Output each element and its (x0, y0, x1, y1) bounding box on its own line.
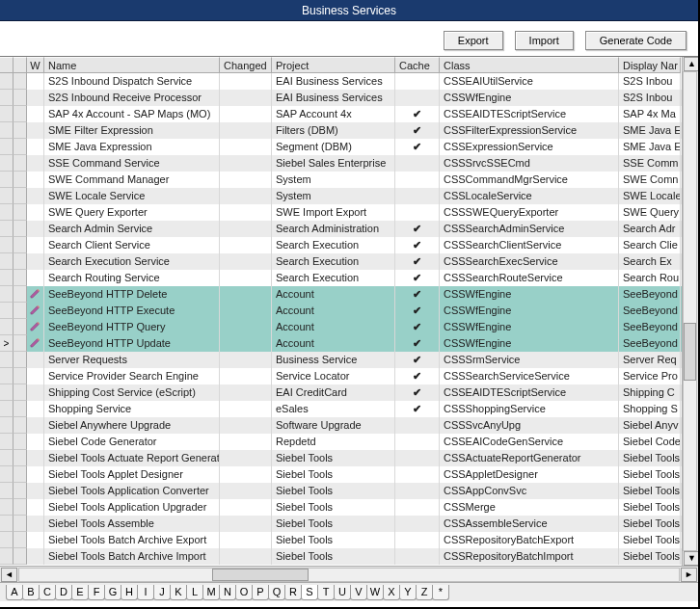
cell-class[interactable]: CSSEAICodeGenService (440, 434, 619, 450)
cell-class[interactable]: CSSWfEngine (440, 335, 619, 352)
cell-w[interactable] (27, 172, 44, 188)
table-row[interactable]: Search Routing ServiceSearch Execution✔C… (0, 270, 698, 286)
table-row[interactable]: SWE Locale ServiceSystemCSSLocaleService… (0, 188, 698, 204)
cell-changed[interactable] (220, 90, 272, 106)
cell-project[interactable]: Siebel Tools (272, 532, 395, 548)
cell-changed[interactable] (220, 335, 272, 352)
cell-display-name[interactable]: Siebel Code (619, 434, 681, 450)
cell-changed[interactable] (220, 368, 272, 384)
table-row[interactable]: SeeBeyond HTTP QueryAccount✔CSSWfEngineS… (0, 319, 698, 335)
table-row[interactable]: Shopping ServiceeSales✔CSSShoppingServic… (0, 401, 698, 417)
cell-project[interactable]: Siebel Sales Enterprise (272, 155, 395, 172)
cell-w[interactable] (27, 499, 44, 516)
row-header[interactable] (13, 352, 27, 368)
cell-name[interactable]: Siebel Code Generator (44, 434, 220, 450)
table-row[interactable]: Siebel Tools Applet DesignerSiebel Tools… (0, 466, 698, 483)
table-row[interactable]: Server RequestsBusiness Service✔CSSSrmSe… (0, 352, 698, 368)
alpha-tab-a[interactable]: A (6, 585, 23, 600)
scroll-down-button[interactable]: ▼ (684, 551, 698, 566)
cell-display-name[interactable]: S2S Inbou (619, 90, 681, 106)
cell-w[interactable] (27, 286, 44, 303)
cell-class[interactable]: CSSFilterExpressionService (440, 122, 619, 139)
scroll-up-button[interactable]: ▲ (684, 57, 698, 71)
table-row[interactable]: SWE Command ManagerSystemCSSCommandMgrSe… (0, 172, 698, 188)
cell-project[interactable]: SAP Account 4x (272, 106, 395, 122)
row-header[interactable] (13, 139, 27, 155)
row-header[interactable] (13, 90, 27, 106)
cell-project[interactable]: Siebel Tools (272, 548, 395, 565)
table-row[interactable]: Siebel Tools AssembleSiebel ToolsCSSAsse… (0, 516, 698, 532)
row-header[interactable] (13, 499, 27, 516)
cell-display-name[interactable]: Siebel Tools (619, 516, 681, 532)
cell-project[interactable]: Siebel Tools (272, 466, 395, 483)
cell-project[interactable]: Segment (DBM) (272, 139, 395, 155)
cell-display-name[interactable]: Siebel Tools (619, 450, 681, 466)
cell-name[interactable]: Shopping Service (44, 401, 220, 417)
cell-cache[interactable]: ✔ (395, 319, 440, 335)
cell-cache[interactable] (395, 73, 440, 90)
cell-name[interactable]: SWE Query Exporter (44, 204, 220, 221)
cell-project[interactable]: System (272, 188, 395, 204)
cell-class[interactable]: CSSMerge (440, 499, 619, 516)
alpha-tab-d[interactable]: D (55, 585, 72, 600)
cell-project[interactable]: EAI Business Services (272, 73, 395, 90)
alpha-tab-y[interactable]: Y (399, 585, 417, 600)
alpha-tab-p[interactable]: P (252, 585, 269, 600)
row-header[interactable] (13, 204, 27, 221)
row-header[interactable] (13, 319, 27, 335)
cell-w[interactable] (27, 122, 44, 139)
cell-project[interactable]: Siebel Tools (272, 516, 395, 532)
cell-display-name[interactable]: Siebel Tools (619, 532, 681, 548)
cell-project[interactable]: Search Execution (272, 270, 395, 286)
cell-class[interactable]: CSSEAIDTEScriptService (440, 106, 619, 122)
cell-project[interactable]: Service Locator (272, 368, 395, 384)
cell-class[interactable]: CSSSrmService (440, 352, 619, 368)
cell-display-name[interactable]: Shopping S (619, 401, 681, 417)
row-header[interactable] (13, 253, 27, 270)
cell-class[interactable]: CSSSvcAnyUpg (440, 417, 619, 434)
cell-class[interactable]: CSSAppConvSvc (440, 483, 619, 499)
cell-name[interactable]: Siebel Anywhere Upgrade (44, 417, 220, 434)
cell-class[interactable]: CSSWfEngine (440, 90, 619, 106)
cell-name[interactable]: Siebel Tools Application Upgrader (44, 499, 220, 516)
cell-name[interactable]: SeeBeyond HTTP Execute (44, 303, 220, 319)
cell-display-name[interactable]: Siebel Tools (619, 466, 681, 483)
cell-display-name[interactable]: Siebel Tools (619, 548, 681, 565)
cell-changed[interactable] (220, 303, 272, 319)
cell-w[interactable] (27, 106, 44, 122)
cell-class[interactable]: CSSAssembleService (440, 516, 619, 532)
cell-w[interactable] (27, 450, 44, 466)
alpha-tab-j[interactable]: J (153, 585, 171, 600)
alpha-tab-w[interactable]: W (366, 585, 384, 600)
cell-display-name[interactable]: Server Req (619, 352, 681, 368)
row-header[interactable] (13, 516, 27, 532)
cell-w[interactable] (27, 253, 44, 270)
cell-display-name[interactable]: SWE Locale (619, 188, 681, 204)
cell-class[interactable]: CSSCommandMgrService (440, 172, 619, 188)
cell-changed[interactable] (220, 73, 272, 90)
cell-display-name[interactable]: Siebel Tools (619, 483, 681, 499)
cell-cache[interactable]: ✔ (395, 335, 440, 352)
col-header-name[interactable]: Name (44, 57, 220, 73)
cell-w[interactable] (27, 466, 44, 483)
col-header-w[interactable]: W (27, 57, 44, 73)
row-header[interactable] (13, 303, 27, 319)
cell-display-name[interactable]: Search Adr (619, 221, 681, 237)
alpha-tab-f[interactable]: F (88, 585, 105, 600)
cell-class[interactable]: CSSActuateReportGenerator (440, 450, 619, 466)
cell-changed[interactable] (220, 204, 272, 221)
cell-cache[interactable] (395, 155, 440, 172)
cell-cache[interactable] (395, 204, 440, 221)
cell-cache[interactable] (395, 450, 440, 466)
cell-display-name[interactable]: SME Java E (619, 139, 681, 155)
table-row[interactable]: SAP 4x Account - SAP Maps (MO)SAP Accoun… (0, 106, 698, 122)
alpha-tab-h[interactable]: H (121, 585, 138, 600)
table-row[interactable]: Service Provider Search EngineService Lo… (0, 368, 698, 384)
table-row[interactable]: SWE Query ExporterSWE Import ExportCSSSW… (0, 204, 698, 221)
cell-changed[interactable] (220, 401, 272, 417)
cell-changed[interactable] (220, 450, 272, 466)
table-row[interactable]: Siebel Tools Application ConverterSiebel… (0, 483, 698, 499)
col-header-project[interactable]: Project (272, 57, 395, 73)
cell-project[interactable]: Business Service (272, 352, 395, 368)
row-header[interactable] (13, 270, 27, 286)
